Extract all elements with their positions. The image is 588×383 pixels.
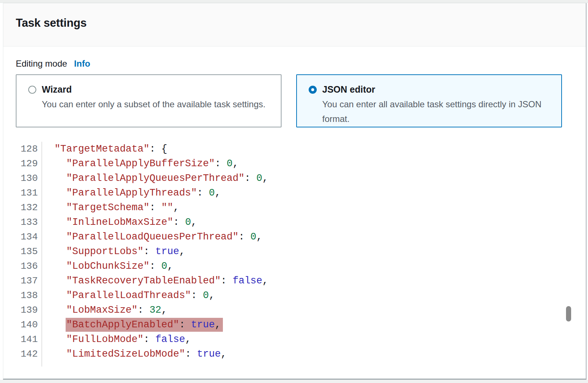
- radio-icon[interactable]: [309, 86, 317, 94]
- line-number: 135: [16, 244, 42, 259]
- code-text[interactable]: "InlineLobMaxSize": 0,: [42, 215, 562, 230]
- task-settings-card: Task settings Editing mode Info Wizard Y…: [3, 3, 587, 380]
- line-number: 131: [16, 186, 42, 200]
- tile-wizard-head: Wizard: [28, 84, 271, 95]
- code-text[interactable]: "BatchApplyEnabled": true,: [42, 317, 562, 332]
- line-number: 133: [16, 215, 42, 230]
- code-text[interactable]: "ParallelLoadThreads": 0,: [42, 288, 562, 303]
- code-line[interactable]: 142 "LimitedSizeLobMode": true,: [16, 347, 562, 361]
- card-content: Editing mode Info Wizard You can enter o…: [3, 59, 586, 367]
- code-line[interactable]: 131 "ParallelApplyThreads": 0,: [16, 186, 562, 200]
- editing-mode-label: Editing mode: [16, 59, 67, 69]
- line-number: 129: [16, 156, 42, 171]
- top-divider-strip: [0, 0, 588, 3]
- tile-json-editor-label: JSON editor: [322, 84, 375, 95]
- line-number: 140: [16, 317, 42, 332]
- code-line[interactable]: 135 "SupportLobs": true,: [16, 244, 562, 259]
- line-number: 134: [16, 230, 42, 244]
- code-text[interactable]: "ParallelApplyThreads": 0,: [42, 186, 562, 200]
- editing-mode-tiles: Wizard You can enter only a subset of th…: [16, 74, 562, 127]
- code-line[interactable]: 133 "InlineLobMaxSize": 0,: [16, 215, 562, 230]
- line-number: 141: [16, 332, 42, 347]
- code-line[interactable]: 129 "ParallelApplyBufferSize": 0,: [16, 156, 562, 171]
- code-text[interactable]: "ParallelLoadQueuesPerThread": 0,: [42, 230, 562, 244]
- code-line[interactable]: 138 "ParallelLoadThreads": 0,: [16, 288, 562, 303]
- editor-tail: [16, 361, 562, 367]
- scrollbar-thumb[interactable]: [566, 306, 571, 321]
- line-number: 132: [16, 200, 42, 215]
- editing-mode-row: Editing mode Info: [16, 59, 562, 69]
- line-number: 139: [16, 303, 42, 317]
- line-number: 130: [16, 171, 42, 186]
- tile-json-editor[interactable]: JSON editor You can enter all available …: [296, 74, 562, 127]
- card-header: Task settings: [3, 3, 586, 47]
- code-text[interactable]: "LimitedSizeLobMode": true,: [42, 347, 562, 361]
- code-text[interactable]: "TargetSchema": "",: [42, 200, 562, 215]
- code-line[interactable]: 130 "ParallelApplyQueuesPerThread": 0,: [16, 171, 562, 186]
- line-number: 128: [16, 142, 42, 156]
- line-number: 136: [16, 259, 42, 274]
- line-number: 137: [16, 274, 42, 288]
- info-link[interactable]: Info: [74, 59, 90, 69]
- code-text[interactable]: "SupportLobs": true,: [42, 244, 562, 259]
- bottom-strip: [0, 380, 588, 383]
- tile-wizard-label: Wizard: [42, 84, 72, 95]
- code-line[interactable]: 137 "TaskRecoveryTableEnabled": false,: [16, 274, 562, 288]
- highlighted-code: "BatchApplyEnabled": true,: [66, 318, 223, 332]
- code-text[interactable]: "LobMaxSize": 32,: [42, 303, 562, 317]
- code-line[interactable]: 136 "LobChunkSize": 0,: [16, 259, 562, 274]
- code-line[interactable]: 134 "ParallelLoadQueuesPerThread": 0,: [16, 230, 562, 244]
- code-text[interactable]: "ParallelApplyBufferSize": 0,: [42, 156, 562, 171]
- code-line[interactable]: 140 "BatchApplyEnabled": true,: [16, 317, 562, 332]
- code-line[interactable]: 139 "LobMaxSize": 32,: [16, 303, 562, 317]
- code-text[interactable]: "TargetMetadata": {: [42, 142, 562, 156]
- page-title: Task settings: [16, 16, 586, 30]
- tile-wizard-description: You can enter only a subset of the avail…: [42, 97, 271, 112]
- code-text[interactable]: "LobChunkSize": 0,: [42, 259, 562, 274]
- code-text[interactable]: "ParallelApplyQueuesPerThread": 0,: [42, 171, 562, 186]
- line-number: 138: [16, 288, 42, 303]
- line-number: 142: [16, 347, 42, 361]
- tile-wizard[interactable]: Wizard You can enter only a subset of th…: [16, 74, 282, 127]
- code-line[interactable]: 132 "TargetSchema": "",: [16, 200, 562, 215]
- code-text[interactable]: "TaskRecoveryTableEnabled": false,: [42, 274, 562, 288]
- code-line[interactable]: 128 "TargetMetadata": {: [16, 142, 562, 156]
- tile-json-editor-description: You can enter all available task setting…: [322, 97, 551, 126]
- code-line[interactable]: 141 "FullLobMode": false,: [16, 332, 562, 347]
- radio-icon[interactable]: [28, 86, 36, 94]
- code-text[interactable]: "FullLobMode": false,: [42, 332, 562, 347]
- json-code-editor[interactable]: 128 "TargetMetadata": {129 "ParallelAppl…: [16, 142, 562, 367]
- tile-json-editor-head: JSON editor: [309, 84, 551, 95]
